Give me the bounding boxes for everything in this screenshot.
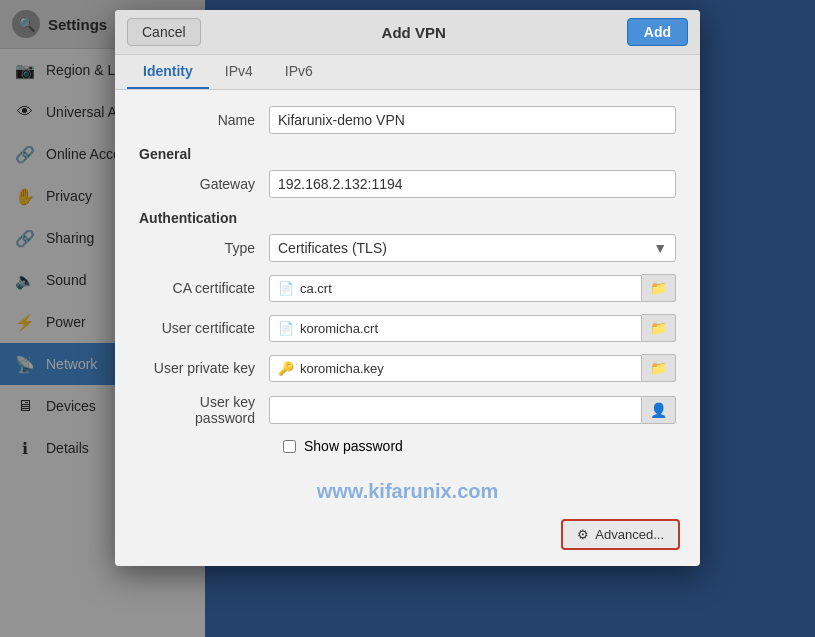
file-icon-cert: 📄 (278, 321, 294, 336)
password-row: 👤 (269, 396, 676, 424)
name-row: Name (139, 106, 676, 134)
user-key-password-row: User key password 👤 (139, 394, 676, 426)
ca-cert-file-row: 📄 ca.crt 📁 (269, 274, 676, 302)
tab-ipv4[interactable]: IPv4 (209, 55, 269, 89)
ca-cert-row: CA certificate 📄 ca.crt 📁 (139, 274, 676, 302)
add-vpn-dialog: Cancel Add VPN Add Identity IPv4 IPv6 Na… (115, 10, 700, 566)
user-key-file-row: 🔑 koromicha.key 📁 (269, 354, 676, 382)
person-icon: 👤 (650, 402, 667, 418)
ca-cert-value: ca.crt (300, 281, 332, 296)
show-password-label[interactable]: Show password (304, 438, 403, 454)
advanced-label: Advanced... (595, 527, 664, 542)
dialog-tabs: Identity IPv4 IPv6 (115, 55, 700, 90)
chevron-down-icon: ▼ (653, 240, 667, 256)
user-cert-value: koromicha.crt (300, 321, 378, 336)
cancel-button[interactable]: Cancel (127, 18, 201, 46)
dialog-overlay: Cancel Add VPN Add Identity IPv4 IPv6 Na… (0, 0, 815, 637)
add-button[interactable]: Add (627, 18, 688, 46)
gear-icon: ⚙ (577, 527, 589, 542)
show-password-row: Show password (283, 438, 676, 454)
user-cert-browse-button[interactable]: 📁 (642, 314, 676, 342)
folder-open-icon-key: 📁 (650, 360, 667, 376)
user-key-browse-button[interactable]: 📁 (642, 354, 676, 382)
tab-ipv6[interactable]: IPv6 (269, 55, 329, 89)
folder-open-icon: 📁 (650, 280, 667, 296)
auth-heading: Authentication (139, 210, 676, 226)
name-label: Name (139, 112, 269, 128)
file-icon: 📄 (278, 281, 294, 296)
user-cert-file-row: 📄 koromicha.crt 📁 (269, 314, 676, 342)
type-row: Type Certificates (TLS) ▼ (139, 234, 676, 262)
dialog-body: Name General Gateway Authentication Type… (115, 90, 700, 480)
user-key-password-input[interactable] (269, 396, 642, 424)
user-key-row: User private key 🔑 koromicha.key 📁 (139, 354, 676, 382)
watermark: www.kifarunix.com (115, 480, 700, 509)
user-key-label: User private key (139, 360, 269, 376)
type-value: Certificates (TLS) (278, 240, 387, 256)
general-heading: General (139, 146, 676, 162)
dialog-titlebar: Cancel Add VPN Add (115, 10, 700, 55)
user-cert-field: 📄 koromicha.crt (269, 315, 642, 342)
dialog-title: Add VPN (201, 24, 627, 41)
key-icon: 🔑 (278, 361, 294, 376)
dialog-footer: ⚙ Advanced... (115, 509, 700, 566)
ca-cert-field: 📄 ca.crt (269, 275, 642, 302)
folder-open-icon-cert: 📁 (650, 320, 667, 336)
password-person-button[interactable]: 👤 (642, 396, 676, 424)
advanced-button[interactable]: ⚙ Advanced... (561, 519, 680, 550)
user-cert-row: User certificate 📄 koromicha.crt 📁 (139, 314, 676, 342)
ca-cert-browse-button[interactable]: 📁 (642, 274, 676, 302)
user-key-field: 🔑 koromicha.key (269, 355, 642, 382)
type-label: Type (139, 240, 269, 256)
name-input[interactable] (269, 106, 676, 134)
user-key-value: koromicha.key (300, 361, 384, 376)
show-password-checkbox[interactable] (283, 440, 296, 453)
ca-cert-label: CA certificate (139, 280, 269, 296)
user-key-password-label: User key password (139, 394, 269, 426)
gateway-input[interactable] (269, 170, 676, 198)
gateway-label: Gateway (139, 176, 269, 192)
gateway-row: Gateway (139, 170, 676, 198)
user-cert-label: User certificate (139, 320, 269, 336)
tab-identity[interactable]: Identity (127, 55, 209, 89)
type-select[interactable]: Certificates (TLS) ▼ (269, 234, 676, 262)
